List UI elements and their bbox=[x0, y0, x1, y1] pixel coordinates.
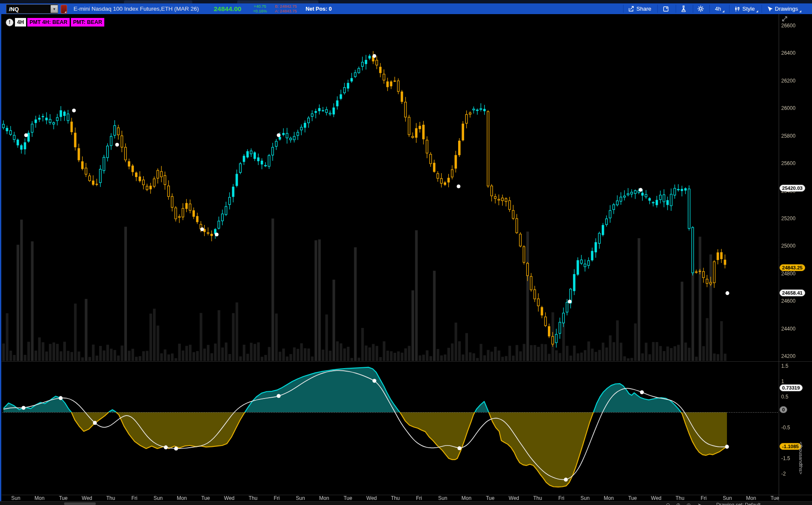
pmt-bear-badge[interactable]: PMT: BEAR bbox=[71, 18, 104, 27]
day-label: Thu bbox=[106, 495, 115, 501]
settings-button[interactable] bbox=[697, 3, 704, 14]
day-label: Tue bbox=[771, 495, 779, 501]
day-label: Sun bbox=[11, 495, 20, 501]
gear-icon bbox=[697, 6, 704, 12]
day-label: Wed bbox=[509, 495, 519, 501]
indicator-tick-label: -2 bbox=[781, 471, 786, 477]
style-label: Style bbox=[742, 6, 755, 12]
symbol-input[interactable]: /NQ ▼ bbox=[6, 4, 58, 14]
style-button[interactable]: Style bbox=[734, 3, 755, 14]
zoom-out-icon[interactable]: ⊖ bbox=[666, 502, 670, 505]
day-label: Sun bbox=[723, 495, 732, 501]
price-tick-label: 24400 bbox=[781, 326, 795, 332]
day-label: Tue bbox=[486, 495, 494, 501]
net-position: Net Pos: 0 bbox=[306, 3, 332, 14]
day-label: Tue bbox=[59, 495, 68, 501]
day-label: Fri bbox=[416, 495, 422, 501]
horizontal-scrollbar-thumb[interactable] bbox=[64, 502, 96, 505]
day-label: Mon bbox=[177, 495, 187, 501]
pan-icon[interactable]: ◎ bbox=[686, 502, 691, 505]
day-label: Sun bbox=[438, 495, 447, 501]
last-price: 24844.00 bbox=[214, 3, 241, 14]
day-label: Fri bbox=[559, 495, 565, 501]
price-tick-label: 26000 bbox=[781, 105, 795, 111]
cursor-icon[interactable]: ➤ bbox=[697, 502, 702, 505]
change-percent: +0.16% bbox=[253, 9, 267, 14]
drawing-set-label[interactable]: Drawing set: Default bbox=[716, 502, 761, 505]
change-value: +40.75 bbox=[254, 4, 266, 9]
day-label: Mon bbox=[746, 495, 756, 501]
day-label: Mon bbox=[462, 495, 471, 501]
symbol-dropdown-icon[interactable]: ▼ bbox=[50, 5, 58, 13]
gadget-left-border bbox=[0, 14, 1, 505]
share-icon bbox=[628, 6, 634, 12]
indicator-axis-bubble: 0.73319 bbox=[780, 384, 803, 391]
report-icon bbox=[663, 6, 669, 12]
price-tick-label: 25800 bbox=[781, 133, 795, 139]
price-axis-bubble: 24843.25 bbox=[780, 264, 805, 271]
day-label: Tue bbox=[344, 495, 352, 501]
indicator-tick-label: 0.5 bbox=[781, 394, 788, 400]
day-label: Thu bbox=[533, 495, 542, 501]
symbol-flag-icon[interactable] bbox=[61, 5, 67, 14]
indicator-tick-label: 1.5 bbox=[781, 363, 788, 369]
price-tick-label: 24800 bbox=[781, 271, 795, 277]
window-top-strip bbox=[0, 0, 812, 3]
ask-value: A: 24843.75 bbox=[275, 9, 297, 14]
share-label: Share bbox=[636, 6, 651, 12]
day-label: Thu bbox=[676, 495, 685, 501]
chart-style-icon bbox=[734, 6, 740, 12]
analyze-button[interactable] bbox=[681, 3, 686, 14]
bottom-toolbar: ⊖⊕◎➤ Drawing set: Default bbox=[0, 501, 812, 505]
zoom-in-icon[interactable]: ⊕ bbox=[676, 502, 680, 505]
bid-ask: B: 24842.75 A: 24843.75 bbox=[275, 3, 297, 14]
price-axis-bubble: 25420.03 bbox=[780, 185, 805, 192]
day-label: Thu bbox=[391, 495, 400, 501]
corner-arrow-icon bbox=[799, 10, 801, 12]
price-tick-label: 25000 bbox=[781, 243, 795, 249]
symbol-value[interactable]: /NQ bbox=[6, 6, 50, 12]
timeframe-button[interactable]: 4h bbox=[715, 3, 721, 14]
cursor-icon bbox=[767, 6, 773, 12]
day-label: Tue bbox=[201, 495, 210, 501]
info-icon[interactable]: ! bbox=[6, 18, 14, 27]
chart-area[interactable]: ! 4H PMT 4H: BEAR PMT: BEAR 266002640026… bbox=[0, 14, 812, 505]
price-tick-label: 25600 bbox=[781, 160, 795, 166]
indicator-tick-label: -1.5 bbox=[781, 455, 790, 461]
day-label: Mon bbox=[35, 495, 44, 501]
bid-value: B: 24842.75 bbox=[275, 4, 297, 9]
chart-status-badges: ! 4H PMT 4H: BEAR PMT: BEAR bbox=[6, 18, 104, 27]
chart-title-bar: /NQ ▼ E-mini Nasdaq 100 Index Futures,ET… bbox=[0, 3, 812, 14]
price-tick-label: 26600 bbox=[781, 23, 795, 29]
drawings-button[interactable]: Drawings bbox=[767, 3, 798, 14]
day-label: Fri bbox=[274, 495, 280, 501]
trading-app-window: { "header": { "symbol": "/NQ", "title": … bbox=[0, 0, 812, 505]
day-label: Tue bbox=[628, 495, 637, 501]
timeframe-label: 4h bbox=[715, 6, 721, 12]
background-tab[interactable] bbox=[124, 0, 192, 3]
share-button[interactable]: Share bbox=[628, 3, 651, 14]
chart-canvas[interactable] bbox=[0, 14, 812, 505]
indicator-tick-label: -0.5 bbox=[781, 425, 790, 431]
day-label: Mon bbox=[604, 495, 614, 501]
indicator-axis-bubble: 0 bbox=[780, 406, 787, 413]
day-label: Wed bbox=[224, 495, 234, 501]
indicator-tick-label: 1 bbox=[781, 378, 784, 384]
price-axis-bubble: 24658.41 bbox=[780, 289, 805, 296]
day-label: Fri bbox=[701, 495, 707, 501]
pmt-4h-bear-badge[interactable]: PMT 4H: BEAR bbox=[27, 18, 70, 27]
day-label: Fri bbox=[132, 495, 138, 501]
price-tick-label: 26200 bbox=[781, 78, 795, 84]
drawings-label: Drawings bbox=[775, 6, 798, 12]
flask-icon bbox=[681, 6, 686, 12]
timeframe-badge[interactable]: 4H bbox=[15, 18, 26, 27]
price-change: +40.75 +0.16% bbox=[253, 3, 267, 14]
corner-arrow-icon bbox=[756, 10, 758, 12]
report-button[interactable] bbox=[663, 3, 669, 14]
background-tab[interactable] bbox=[237, 0, 318, 3]
day-label: Thu bbox=[249, 495, 258, 501]
price-tick-label: 26400 bbox=[781, 50, 795, 56]
day-label: Wed bbox=[651, 495, 661, 501]
day-label: Sun bbox=[296, 495, 305, 501]
day-label: Wed bbox=[82, 495, 92, 501]
